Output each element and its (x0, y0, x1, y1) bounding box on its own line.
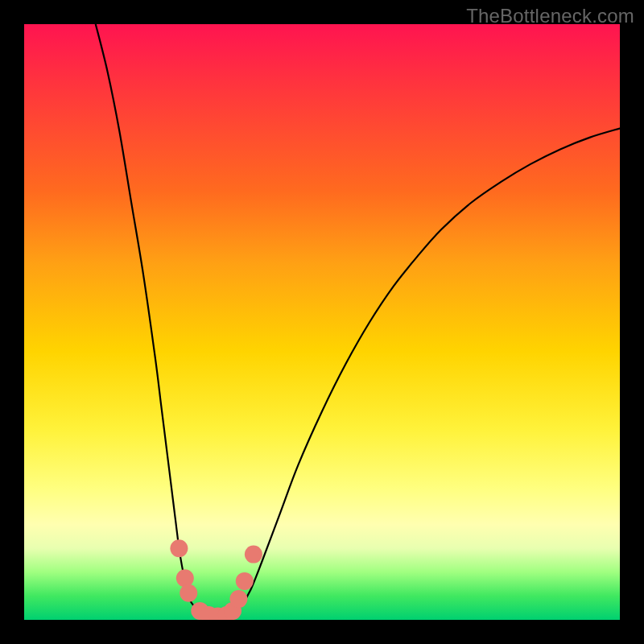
marker-dot (176, 569, 194, 587)
marker-dot (229, 590, 247, 608)
left-branch-curve (96, 24, 221, 620)
marker-dot (180, 584, 197, 602)
watermark-text: TheBottleneck.com (466, 5, 634, 27)
curve-layer (24, 24, 620, 620)
plot-area (24, 24, 620, 620)
marker-dot (236, 572, 254, 590)
right-branch-curve (221, 129, 620, 621)
chart-frame: TheBottleneck.com (0, 0, 644, 644)
marker-dots (170, 539, 262, 620)
marker-dot (170, 539, 188, 557)
marker-dot (245, 546, 262, 564)
